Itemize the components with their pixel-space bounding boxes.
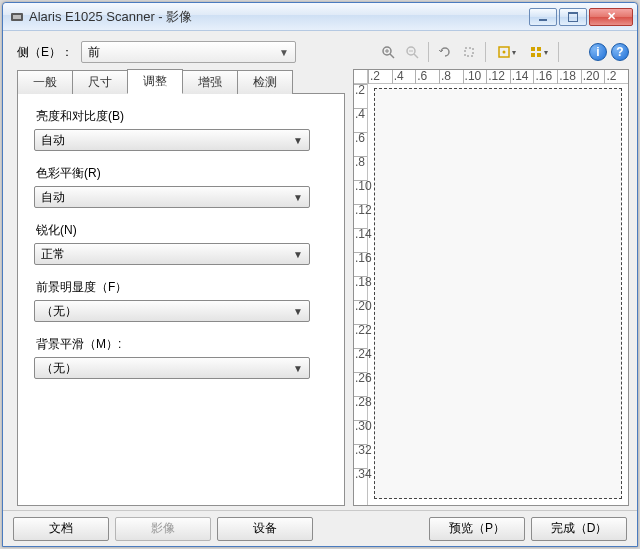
background-label: 背景平滑（M）: bbox=[36, 336, 328, 353]
svg-line-3 bbox=[390, 54, 394, 58]
brightness-label: 亮度和对比度(B) bbox=[36, 108, 328, 125]
ruler-corner bbox=[354, 70, 368, 84]
preview-toolbar: ▾ ▾ i ? bbox=[378, 42, 629, 62]
svg-rect-12 bbox=[531, 47, 535, 51]
preview-button[interactable]: 预览（P） bbox=[429, 517, 525, 541]
field-colorbalance: 色彩平衡(R) 自动▼ bbox=[34, 165, 328, 208]
svg-rect-15 bbox=[537, 53, 541, 57]
separator bbox=[485, 42, 486, 62]
settings-panel: 一般 尺寸 调整 增强 检测 亮度和对比度(B) 自动▼ 色彩平衡(R) 自动▼… bbox=[17, 69, 345, 506]
close-button[interactable] bbox=[589, 8, 633, 26]
tab-general[interactable]: 一般 bbox=[17, 70, 73, 94]
ruler-tick: .2 bbox=[354, 84, 367, 108]
svg-rect-14 bbox=[531, 53, 535, 57]
chevron-down-icon: ▼ bbox=[293, 192, 303, 203]
minimize-button[interactable] bbox=[529, 8, 557, 26]
foreground-label: 前景明显度（F） bbox=[36, 279, 328, 296]
zoom-out-icon[interactable] bbox=[402, 42, 422, 62]
colorbalance-label: 色彩平衡(R) bbox=[36, 165, 328, 182]
preview-pane: .2.4.6.8.10.12.14.16.18.20.2 .2.4.6.8.10… bbox=[353, 69, 629, 506]
ruler-tick: .14 bbox=[510, 70, 534, 84]
chevron-down-icon: ▼ bbox=[293, 135, 303, 146]
ruler-tick: .26 bbox=[354, 372, 367, 396]
tab-detect[interactable]: 检测 bbox=[237, 70, 293, 94]
ruler-tick: .8 bbox=[439, 70, 463, 84]
ruler-tick: .6 bbox=[415, 70, 439, 84]
crop-icon[interactable] bbox=[459, 42, 479, 62]
device-button[interactable]: 设备 bbox=[217, 517, 313, 541]
field-background: 背景平滑（M）: （无）▼ bbox=[34, 336, 328, 379]
sharpen-label: 锐化(N) bbox=[36, 222, 328, 239]
app-window: Alaris E1025 Scanner - 影像 侧（E）： 前 ▼ ▾ ▾ … bbox=[2, 2, 638, 547]
tab-content-adjust: 亮度和对比度(B) 自动▼ 色彩平衡(R) 自动▼ 锐化(N) 正常▼ 前景明显… bbox=[17, 93, 345, 506]
svg-rect-13 bbox=[537, 47, 541, 51]
ruler-vertical: .2.4.6.8.10.12.14.16.18.20.22.24.26.28.3… bbox=[354, 84, 368, 505]
zoom-in-icon[interactable] bbox=[378, 42, 398, 62]
rotate-icon[interactable] bbox=[435, 42, 455, 62]
document-button[interactable]: 文档 bbox=[13, 517, 109, 541]
window-title: Alaris E1025 Scanner - 影像 bbox=[29, 8, 529, 26]
ruler-tick: .28 bbox=[354, 396, 367, 420]
tab-size[interactable]: 尺寸 bbox=[72, 70, 128, 94]
ruler-tick: .20 bbox=[354, 300, 367, 324]
ruler-tick: .14 bbox=[354, 228, 367, 252]
separator bbox=[558, 42, 559, 62]
help-button[interactable]: ? bbox=[611, 43, 629, 61]
title-bar: Alaris E1025 Scanner - 影像 bbox=[3, 3, 637, 31]
ruler-tick: .16 bbox=[354, 252, 367, 276]
ruler-tick: .12 bbox=[354, 204, 367, 228]
ruler-tick: .10 bbox=[463, 70, 487, 84]
svg-line-7 bbox=[414, 54, 418, 58]
sharpen-select[interactable]: 正常▼ bbox=[34, 243, 310, 265]
ruler-horizontal: .2.4.6.8.10.12.14.16.18.20.2 bbox=[368, 70, 628, 84]
ruler-tick: .18 bbox=[557, 70, 581, 84]
svg-point-11 bbox=[502, 51, 505, 54]
ruler-tick: .6 bbox=[354, 132, 367, 156]
ruler-tick: .4 bbox=[392, 70, 416, 84]
ruler-tick: .2 bbox=[368, 70, 392, 84]
chevron-down-icon: ▼ bbox=[293, 306, 303, 317]
side-select[interactable]: 前 ▼ bbox=[81, 41, 296, 63]
bottom-bar: 文档 影像 设备 预览（P） 完成（D） bbox=[3, 510, 637, 546]
chevron-down-icon: ▼ bbox=[293, 249, 303, 260]
outline-tool-icon[interactable]: ▾ bbox=[492, 42, 520, 62]
ruler-tick: .24 bbox=[354, 348, 367, 372]
brightness-select[interactable]: 自动▼ bbox=[34, 129, 310, 151]
ruler-tick: .4 bbox=[354, 108, 367, 132]
done-button[interactable]: 完成（D） bbox=[531, 517, 627, 541]
ruler-tick: .12 bbox=[486, 70, 510, 84]
chevron-down-icon: ▼ bbox=[279, 47, 289, 58]
ruler-tick: .22 bbox=[354, 324, 367, 348]
ruler-tick: .20 bbox=[581, 70, 605, 84]
field-sharpen: 锐化(N) 正常▼ bbox=[34, 222, 328, 265]
background-select[interactable]: （无）▼ bbox=[34, 357, 310, 379]
ruler-tick: .34 bbox=[354, 468, 367, 492]
side-label: 侧（E）： bbox=[17, 44, 73, 61]
image-button[interactable]: 影像 bbox=[115, 517, 211, 541]
ruler-tick: .10 bbox=[354, 180, 367, 204]
tab-adjust[interactable]: 调整 bbox=[127, 69, 183, 94]
app-icon bbox=[9, 9, 25, 25]
window-buttons bbox=[529, 8, 633, 26]
ruler-tick: .16 bbox=[533, 70, 557, 84]
maximize-button[interactable] bbox=[559, 8, 587, 26]
colorbalance-select[interactable]: 自动▼ bbox=[34, 186, 310, 208]
ruler-tick: .30 bbox=[354, 420, 367, 444]
field-foreground: 前景明显度（F） （无）▼ bbox=[34, 279, 328, 322]
ruler-tick: .2 bbox=[604, 70, 628, 84]
grid-tool-icon[interactable]: ▾ bbox=[524, 42, 552, 62]
chevron-down-icon: ▼ bbox=[293, 363, 303, 374]
field-brightness: 亮度和对比度(B) 自动▼ bbox=[34, 108, 328, 151]
top-strip: 侧（E）： 前 ▼ ▾ ▾ i ? bbox=[3, 31, 637, 69]
side-select-value: 前 bbox=[88, 44, 100, 61]
ruler-tick: .32 bbox=[354, 444, 367, 468]
main-area: 一般 尺寸 调整 增强 检测 亮度和对比度(B) 自动▼ 色彩平衡(R) 自动▼… bbox=[3, 69, 637, 510]
tab-enhance[interactable]: 增强 bbox=[182, 70, 238, 94]
tab-strip: 一般 尺寸 调整 增强 检测 bbox=[17, 69, 345, 93]
page-outline[interactable] bbox=[374, 88, 622, 499]
ruler-tick: .8 bbox=[354, 156, 367, 180]
svg-rect-9 bbox=[465, 48, 473, 56]
info-button[interactable]: i bbox=[589, 43, 607, 61]
foreground-select[interactable]: （无）▼ bbox=[34, 300, 310, 322]
ruler-tick: .18 bbox=[354, 276, 367, 300]
